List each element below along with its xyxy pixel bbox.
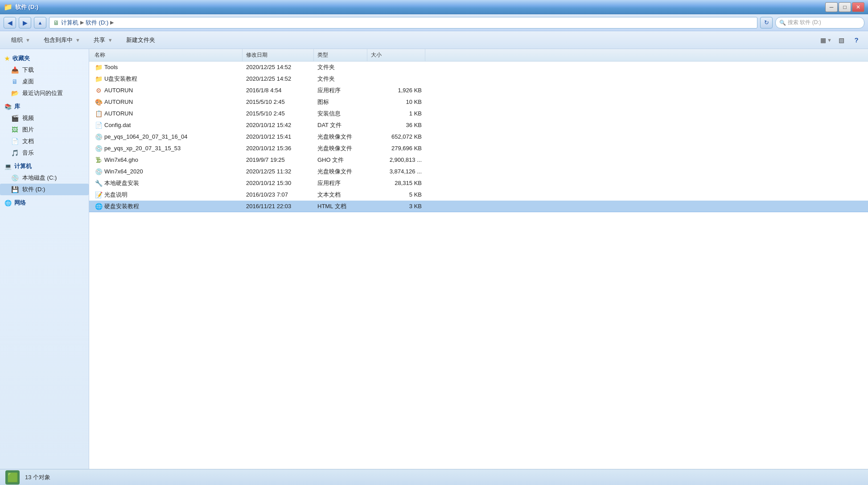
table-row[interactable]: 🌐 硬盘安装教程 2016/11/21 22:03 HTML 文档 3 KB <box>89 201 868 212</box>
folder-icon: 📁 <box>4 3 12 11</box>
file-name-cell: 💿 pe_yqs_1064_20_07_31_16_04 <box>91 133 243 141</box>
sidebar-library-header[interactable]: 📚 库 <box>0 101 89 112</box>
file-icon: 💿 <box>95 168 103 176</box>
view-icon: ▦ <box>820 37 826 44</box>
sidebar-section-network: 🌐 网络 <box>0 197 89 209</box>
file-name: U盘安装教程 <box>104 75 137 83</box>
sidebar-item-desktop[interactable]: 🖥 桌面 <box>0 76 89 87</box>
table-row[interactable]: 📁 Tools 2020/12/25 14:52 文件夹 <box>89 62 868 73</box>
file-size-cell: 279,696 KB <box>367 145 425 152</box>
help-button[interactable]: ? <box>850 34 863 46</box>
close-button[interactable]: ✕ <box>852 2 864 12</box>
breadcrumb-sep1: ▶ <box>80 20 84 25</box>
col-header-modified[interactable]: 修改日期 <box>243 49 314 61</box>
organize-button[interactable]: 组织 ▼ <box>5 33 36 47</box>
file-size-cell: 1 KB <box>367 110 425 117</box>
table-row[interactable]: 📁 U盘安装教程 2020/12/25 14:52 文件夹 <box>89 73 868 85</box>
col-header-size[interactable]: 大小 <box>367 49 425 61</box>
sidebar-item-music[interactable]: 🎵 音乐 <box>0 147 89 159</box>
file-size-cell: 3,874,126 ... <box>367 168 425 175</box>
file-list: 📁 Tools 2020/12/25 14:52 文件夹 📁 U盘安装教程 20… <box>89 62 868 469</box>
table-row[interactable]: 💿 pe_yqs_xp_20_07_31_15_53 2020/10/12 15… <box>89 143 868 154</box>
favorites-label: 收藏夹 <box>12 54 30 62</box>
search-box[interactable]: 🔍 搜索 软件 (D:) <box>775 17 864 29</box>
library-icon: 📚 <box>4 103 12 110</box>
file-size-cell: 36 KB <box>367 122 425 128</box>
sidebar-item-video[interactable]: 🎬 视频 <box>0 112 89 124</box>
file-date-cell: 2016/11/21 22:03 <box>243 203 314 210</box>
include-button[interactable]: 包含到库中 ▼ <box>38 33 86 47</box>
breadcrumb-sep2: ▶ <box>110 20 114 25</box>
sidebar-item-label: 下载 <box>22 66 34 74</box>
sidebar-item-label: 本地磁盘 (C:) <box>22 174 57 182</box>
image-icon: 🖼 <box>11 126 19 134</box>
organize-chevron: ▼ <box>25 37 30 43</box>
table-row[interactable]: 📄 Config.dat 2020/10/12 15:42 DAT 文件 36 … <box>89 119 868 131</box>
minimize-button[interactable]: ─ <box>825 2 838 12</box>
sidebar-item-image[interactable]: 🖼 图片 <box>0 124 89 136</box>
file-date-cell: 2015/5/10 2:45 <box>243 99 314 105</box>
table-row[interactable]: 🗜 Win7x64.gho 2019/9/7 19:25 GHO 文件 2,90… <box>89 154 868 166</box>
col-header-name[interactable]: 名称 <box>91 49 243 61</box>
table-row[interactable]: 🔧 本地硬盘安装 2020/10/12 15:30 应用程序 28,315 KB <box>89 177 868 189</box>
file-name-cell: 🌐 硬盘安装教程 <box>91 202 243 210</box>
file-list-header: 名称 修改日期 类型 大小 <box>89 49 868 62</box>
sidebar-computer-header[interactable]: 💻 计算机 <box>0 160 89 172</box>
up-button[interactable]: ▲ <box>34 17 46 29</box>
file-date-cell: 2020/12/25 14:52 <box>243 75 314 82</box>
file-icon: 💿 <box>95 144 103 152</box>
sidebar-favorites-header[interactable]: ★ 收藏夹 <box>0 53 89 64</box>
table-row[interactable]: ⚙ AUTORUN 2016/1/8 4:54 应用程序 1,926 KB <box>89 85 868 96</box>
addressbar: ◀ ▶ ▲ 🖥 计算机 ▶ 软件 (D:) ▶ ↻ 🔍 搜索 软件 (D:) <box>0 14 868 31</box>
sidebar-item-download[interactable]: 📥 下载 <box>0 64 89 76</box>
sidebar-item-drive-d[interactable]: 💾 软件 (D:) <box>0 184 89 195</box>
sidebar-item-document[interactable]: 📄 文档 <box>0 136 89 147</box>
preview-pane-button[interactable]: ▧ <box>835 34 847 46</box>
sidebar-network-header[interactable]: 🌐 网络 <box>0 197 89 209</box>
table-row[interactable]: 💿 Win7x64_2020 2020/12/25 11:32 光盘映像文件 3… <box>89 166 868 177</box>
file-size-cell: 2,900,813 ... <box>367 156 425 163</box>
refresh-button[interactable]: ↻ <box>760 17 773 29</box>
back-button[interactable]: ◀ <box>4 17 16 29</box>
file-type-cell: 光盘映像文件 <box>314 168 367 176</box>
file-type-cell: 应用程序 <box>314 86 367 95</box>
sidebar-section-library: 📚 库 🎬 视频 🖼 图片 📄 文档 🎵 音乐 <box>0 101 89 159</box>
table-row[interactable]: 🎨 AUTORUN 2015/5/10 2:45 图标 10 KB <box>89 96 868 108</box>
file-icon: 🎨 <box>95 98 103 106</box>
sidebar-item-label: 桌面 <box>22 78 34 86</box>
file-name-cell: 💿 pe_yqs_xp_20_07_31_15_53 <box>91 144 243 152</box>
breadcrumb[interactable]: 🖥 计算机 ▶ 软件 (D:) ▶ <box>49 17 757 29</box>
file-name: AUTORUN <box>104 87 133 94</box>
file-type-cell: 文件夹 <box>314 63 367 71</box>
network-label: 网络 <box>14 199 26 207</box>
file-name: Win7x64_2020 <box>104 168 143 175</box>
sidebar-item-drive-c[interactable]: 💿 本地磁盘 (C:) <box>0 172 89 184</box>
new-folder-label: 新建文件夹 <box>126 36 155 44</box>
file-icon: 📄 <box>95 121 103 129</box>
view-toggle-button[interactable]: ▦ ▼ <box>820 34 832 46</box>
titlebar-left: 📁 软件 (D:) <box>4 3 38 11</box>
organize-label: 组织 <box>11 36 23 44</box>
sidebar-item-recent[interactable]: 📂 最近访问的位置 <box>0 87 89 99</box>
col-header-type[interactable]: 类型 <box>314 49 367 61</box>
file-name: AUTORUN <box>104 99 133 105</box>
breadcrumb-computer[interactable]: 计算机 <box>61 19 78 27</box>
table-row[interactable]: 💿 pe_yqs_1064_20_07_31_16_04 2020/10/12 … <box>89 131 868 143</box>
video-icon: 🎬 <box>11 114 19 122</box>
share-button[interactable]: 共享 ▼ <box>88 33 119 47</box>
sidebar-item-label: 音乐 <box>22 149 34 157</box>
file-icon: 📝 <box>95 191 103 199</box>
table-row[interactable]: 📋 AUTORUN 2015/5/10 2:45 安装信息 1 KB <box>89 108 868 119</box>
file-name: 硬盘安装教程 <box>104 202 139 210</box>
new-folder-button[interactable]: 新建文件夹 <box>120 33 161 47</box>
main-layout: ★ 收藏夹 📥 下载 🖥 桌面 📂 最近访问的位置 📚 库 🎬 <box>0 49 868 469</box>
maximize-button[interactable]: □ <box>839 2 851 12</box>
share-chevron: ▼ <box>108 37 113 43</box>
file-date-cell: 2020/10/12 15:42 <box>243 122 314 128</box>
file-name-cell: 📁 Tools <box>91 63 243 71</box>
sidebar-item-label: 视频 <box>22 114 34 122</box>
forward-button[interactable]: ▶ <box>19 17 31 29</box>
breadcrumb-drive[interactable]: 软件 (D:) <box>86 19 108 27</box>
library-label: 库 <box>14 103 20 111</box>
table-row[interactable]: 📝 光盘说明 2016/10/23 7:07 文本文档 5 KB <box>89 189 868 201</box>
